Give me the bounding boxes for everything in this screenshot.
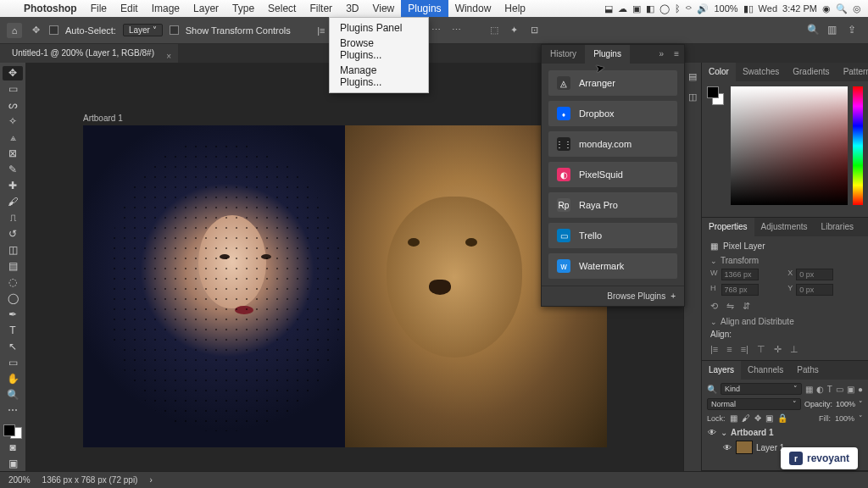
- 3d-mode-icon-3[interactable]: ⊡: [528, 24, 542, 37]
- height-input[interactable]: [721, 284, 759, 296]
- display-icon[interactable]: ◧: [646, 3, 654, 14]
- rotate-icon[interactable]: ⟲: [710, 301, 718, 312]
- lock-pixels-icon[interactable]: 🖌: [742, 413, 750, 423]
- menu-layer[interactable]: Layer: [186, 0, 225, 17]
- align-top-icon[interactable]: ⊤: [757, 344, 765, 355]
- menu-view[interactable]: View: [365, 0, 401, 17]
- panel-menu-icon[interactable]: ≡: [669, 45, 684, 64]
- filter-adjust-icon[interactable]: ◐: [816, 385, 824, 394]
- layer-thumbnail[interactable]: [736, 441, 753, 454]
- menu-help[interactable]: Help: [498, 0, 532, 17]
- blend-mode-select[interactable]: Normal˅: [707, 398, 801, 410]
- flip-v-icon[interactable]: ⇵: [743, 301, 750, 312]
- 3d-mode-icon-2[interactable]: ✦: [508, 24, 521, 37]
- collapsed-panel-icon[interactable]: ▤: [686, 69, 699, 83]
- filter-smart-icon[interactable]: ▣: [847, 385, 854, 394]
- browse-plugins-link[interactable]: Browse Plugins: [607, 291, 665, 301]
- shape-tool[interactable]: ▭: [3, 355, 23, 369]
- eyedropper-tool[interactable]: ✎: [3, 163, 23, 177]
- path-tool[interactable]: ↖: [3, 339, 23, 353]
- menu-item-manage-plugins[interactable]: Manage Plugins...: [330, 63, 428, 90]
- stamp-tool[interactable]: ⎍: [3, 211, 23, 225]
- align-section-header[interactable]: Align and Distribute: [710, 317, 860, 326]
- fill-value[interactable]: 100%: [835, 414, 854, 423]
- brush-tool[interactable]: 🖌: [3, 195, 23, 209]
- distribute-icon-2[interactable]: ⋯: [430, 24, 443, 37]
- blur-tool[interactable]: ◌: [3, 274, 23, 289]
- align-right-icon[interactable]: ≡|: [741, 344, 748, 355]
- width-input[interactable]: [721, 269, 759, 280]
- menu-filter[interactable]: Filter: [303, 0, 339, 17]
- plugin-row-dropbox[interactable]: ⬧Dropbox: [548, 101, 677, 126]
- align-hcenter-icon[interactable]: ≡: [726, 344, 732, 355]
- align-left-icon[interactable]: |≡: [314, 24, 328, 37]
- tab-color[interactable]: Color: [702, 63, 736, 81]
- doc-dimensions[interactable]: 1366 px x 768 px (72 ppi): [42, 475, 138, 485]
- menu-file[interactable]: File: [84, 0, 114, 17]
- artboard[interactable]: [83, 125, 607, 447]
- visibility-icon[interactable]: 👁: [707, 428, 717, 437]
- siri-icon[interactable]: ◉: [822, 3, 831, 14]
- plugin-row-watermark[interactable]: wWatermark: [548, 253, 677, 279]
- lock-all-icon[interactable]: 🔒: [777, 413, 787, 423]
- auto-select-dropdown[interactable]: Layer ˅: [123, 24, 163, 36]
- screen-mode-tool[interactable]: ▣: [3, 457, 23, 471]
- tab-plugins[interactable]: Plugins: [585, 45, 630, 64]
- spotlight-icon[interactable]: 🔍: [836, 3, 848, 14]
- lock-pos-icon[interactable]: ✥: [754, 413, 761, 423]
- menu-window[interactable]: Window: [448, 0, 498, 17]
- wifi-icon[interactable]: ⌔: [686, 3, 692, 14]
- tab-gradients[interactable]: Gradients: [786, 63, 836, 81]
- menu-edit[interactable]: Edit: [114, 0, 145, 17]
- artboard-label[interactable]: Artboard 1: [83, 114, 123, 123]
- battery-icon[interactable]: ▮▯: [743, 3, 754, 14]
- search-icon[interactable]: 🔍: [807, 24, 821, 37]
- quick-mask-tool[interactable]: ◙: [3, 441, 23, 455]
- move-tool[interactable]: ✥: [3, 66, 23, 80]
- plugin-row-raya-pro[interactable]: RpRaya Pro: [548, 192, 677, 218]
- volume-icon[interactable]: 🔊: [697, 3, 709, 14]
- tray-icon-2[interactable]: ◯: [659, 3, 670, 14]
- collapsed-panel-icon-2[interactable]: ◫: [686, 90, 699, 103]
- eraser-tool[interactable]: ◫: [3, 242, 23, 257]
- plugin-row-arranger[interactable]: ◬Arranger: [548, 70, 677, 96]
- status-chevron-icon[interactable]: ›: [149, 475, 152, 485]
- control-center-icon[interactable]: ◎: [853, 3, 861, 14]
- tab-history[interactable]: History: [542, 45, 585, 64]
- tray-icon[interactable]: ▣: [632, 3, 641, 14]
- color-fgbg-swatch[interactable]: [707, 86, 726, 212]
- menu-item-browse-plugins[interactable]: Browse Plugins...: [330, 36, 428, 63]
- cc-tray-icon[interactable]: ☁: [618, 3, 627, 14]
- tab-adjustments[interactable]: Adjustments: [754, 218, 815, 236]
- magic-wand-tool[interactable]: ✧: [3, 114, 23, 129]
- crop-tool[interactable]: ⟁: [3, 130, 23, 145]
- pen-tool[interactable]: ✒: [3, 307, 23, 321]
- document-tab[interactable]: Untitled-1 @ 200% (Layer 1, RGB/8#) ×: [0, 44, 178, 63]
- tab-paths[interactable]: Paths: [790, 361, 826, 380]
- share-icon[interactable]: ⇪: [848, 24, 861, 37]
- edit-toolbar[interactable]: ⋯: [3, 403, 23, 418]
- lock-artboard-icon[interactable]: ▣: [765, 413, 773, 423]
- menu-plugins[interactable]: Plugins: [401, 0, 448, 17]
- filter-pixel-icon[interactable]: ▦: [805, 385, 813, 394]
- type-tool[interactable]: T: [3, 323, 23, 337]
- tab-channels[interactable]: Channels: [741, 361, 790, 380]
- add-plugin-icon[interactable]: +: [670, 291, 676, 301]
- tab-swatches[interactable]: Swatches: [736, 63, 786, 81]
- history-brush-tool[interactable]: ↺: [3, 227, 23, 241]
- menu-select[interactable]: Select: [261, 0, 303, 17]
- menu-item-plugins-panel[interactable]: Plugins Panel: [330, 20, 428, 36]
- plugin-row-monday-com[interactable]: ⋮⋮monday.com: [548, 131, 677, 157]
- auto-select-checkbox[interactable]: [49, 25, 58, 35]
- tab-properties[interactable]: Properties: [702, 218, 754, 236]
- tab-libraries[interactable]: Libraries: [815, 218, 860, 236]
- hue-slider[interactable]: [853, 86, 863, 205]
- filter-type-icon[interactable]: T: [827, 385, 832, 394]
- workspace-icon[interactable]: ▥: [827, 24, 841, 37]
- home-button[interactable]: ⌂: [7, 23, 22, 38]
- dodge-tool[interactable]: ◯: [3, 291, 23, 305]
- collapse-icon[interactable]: »: [654, 45, 670, 64]
- opacity-value[interactable]: 100%: [836, 400, 855, 408]
- layer-filter-kind[interactable]: Kind˅: [721, 383, 802, 395]
- fg-bg-colors[interactable]: [3, 424, 22, 439]
